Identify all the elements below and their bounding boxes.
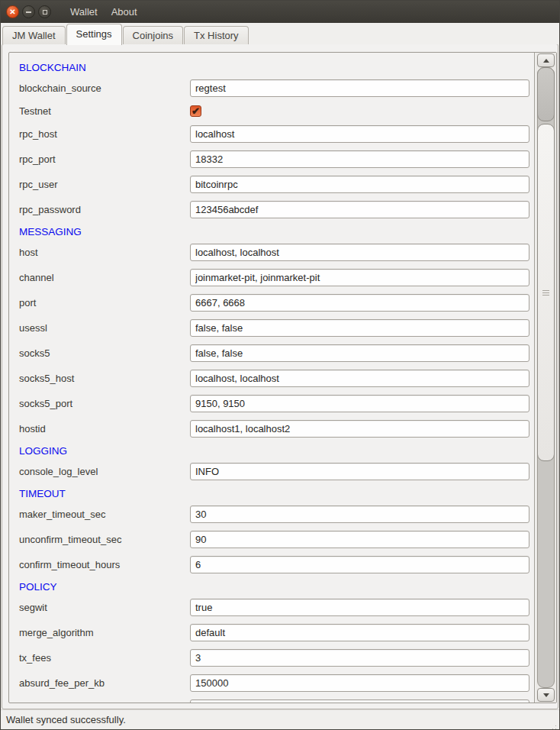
setting-row-socks5-host: socks5_host xyxy=(19,370,529,387)
arrow-down-icon xyxy=(543,693,549,697)
field-label-rpc-password: rpc_password xyxy=(19,204,190,215)
field-label-host: host xyxy=(19,247,190,258)
setting-row-usessl: usessl xyxy=(19,319,529,337)
host-input[interactable] xyxy=(190,244,529,261)
settings-form: BLOCKCHAINblockchain_sourceTestnet✔rpc_h… xyxy=(9,53,534,703)
titlebar[interactable]: ✕ WalletAbout xyxy=(1,1,559,23)
section-title-policy: POLICY xyxy=(19,581,529,593)
setting-row-rpc-password: rpc_password xyxy=(19,201,529,218)
setting-input[interactable] xyxy=(190,699,529,703)
confirm-timeout-hours-input[interactable] xyxy=(190,556,529,573)
section-title-messaging: MESSAGING xyxy=(19,226,529,237)
field-label-tx-fees: tx_fees xyxy=(19,652,190,664)
window-maximize-button[interactable] xyxy=(38,5,51,18)
field-label-socks5-host: socks5_host xyxy=(19,373,190,384)
section-title-logging: LOGGING xyxy=(19,445,529,457)
blockchain-source-input[interactable] xyxy=(190,79,529,97)
field-label-absurd-fee-per-kb: absurd_fee_per_kb xyxy=(19,677,190,689)
rpc-port-input[interactable] xyxy=(190,150,529,168)
menubar: WalletAbout xyxy=(63,1,144,23)
setting-row-port: port xyxy=(19,294,529,312)
socks5-port-input[interactable] xyxy=(190,395,529,412)
scroll-up-button[interactable] xyxy=(537,53,555,67)
scrollbar-upper-segment[interactable] xyxy=(537,67,555,121)
setting-row-merge-algorithm: merge_algorithm xyxy=(19,624,529,641)
field-label-port: port xyxy=(19,297,190,308)
unconfirm-timeout-sec-input[interactable] xyxy=(190,531,529,548)
rpc-host-input[interactable] xyxy=(190,125,529,143)
scrollbar-thumb[interactable] xyxy=(537,124,555,461)
field-label-rpc-port: rpc_port xyxy=(19,153,190,165)
setting-row-host: host xyxy=(19,244,529,261)
field-label-unconfirm-timeout-sec: unconfirm_timeout_sec xyxy=(19,534,190,545)
port-input[interactable] xyxy=(190,294,529,312)
socks5-host-input[interactable] xyxy=(190,370,529,387)
scrollbar-grip-icon xyxy=(542,292,549,293)
setting-row-confirm-timeout-hours: confirm_timeout_hours xyxy=(19,556,529,573)
field-label-maker-timeout-sec: maker_timeout_sec xyxy=(19,509,190,520)
menu-about[interactable]: About xyxy=(105,1,144,23)
tab-tx-history[interactable]: Tx History xyxy=(184,26,249,44)
setting-row-rpc-host: rpc_host xyxy=(19,125,529,143)
setting-row-blockchain-source: blockchain_source xyxy=(19,79,529,97)
console-log-level-input[interactable] xyxy=(190,463,529,480)
maker-timeout-sec-input[interactable] xyxy=(190,506,529,523)
tab-bar: JM WalletSettingsCoinjoinsTx History xyxy=(1,23,559,44)
setting-row-rpc-port: rpc_port xyxy=(19,150,529,168)
hostid-input[interactable] xyxy=(190,420,529,438)
menu-wallet[interactable]: Wallet xyxy=(63,1,105,23)
status-message: Wallet synced successfully. xyxy=(6,714,126,725)
arrow-up-icon xyxy=(543,59,549,63)
settings-scroll-area: BLOCKCHAINblockchain_sourceTestnet✔rpc_h… xyxy=(8,52,557,703)
field-label-channel: channel xyxy=(19,272,190,283)
setting-row-rpc-user: rpc_user xyxy=(19,176,529,193)
section-title-timeout: TIMEOUT xyxy=(19,488,529,499)
field-label-rpc-host: rpc_host xyxy=(19,128,190,140)
status-bar: Wallet synced successfully. xyxy=(1,709,559,729)
tx-fees-input[interactable] xyxy=(190,649,529,667)
setting-row-socks5: socks5 xyxy=(19,344,529,362)
socks5-input[interactable] xyxy=(190,344,529,362)
setting-row-channel: channel xyxy=(19,269,529,286)
setting-row-segwit: segwit xyxy=(19,599,529,616)
usessl-input[interactable] xyxy=(190,319,529,337)
field-label-socks5-port: socks5_port xyxy=(19,398,190,409)
field-label-testnet: Testnet xyxy=(19,105,190,117)
tab-coinjoins[interactable]: Coinjoins xyxy=(123,26,183,44)
channel-input[interactable] xyxy=(190,269,529,286)
setting-row-hostid: hostid xyxy=(19,420,529,438)
setting-row-console-log-level: console_log_level xyxy=(19,463,529,480)
field-label-rpc-user: rpc_user xyxy=(19,179,190,190)
field-label-hostid: hostid xyxy=(19,423,190,434)
absurd-fee-per-kb-input[interactable] xyxy=(190,674,529,692)
settings-viewport: BLOCKCHAINblockchain_sourceTestnet✔rpc_h… xyxy=(9,53,535,703)
scroll-down-button[interactable] xyxy=(537,688,555,702)
setting-row-tx-fees: tx_fees xyxy=(19,649,529,667)
setting-row-setting xyxy=(19,699,529,703)
field-label-segwit: segwit xyxy=(19,602,190,613)
setting-row-absurd-fee-per-kb: absurd_fee_per_kb xyxy=(19,674,529,692)
vertical-scrollbar[interactable] xyxy=(536,53,556,703)
window-minimize-button[interactable] xyxy=(22,5,35,18)
merge-algorithm-input[interactable] xyxy=(190,624,529,641)
settings-tab-pane: BLOCKCHAINblockchain_sourceTestnet✔rpc_h… xyxy=(2,44,558,709)
rpc-user-input[interactable] xyxy=(190,176,529,193)
segwit-input[interactable] xyxy=(190,599,529,616)
setting-row-maker-timeout-sec: maker_timeout_sec xyxy=(19,506,529,523)
field-label-console-log-level: console_log_level xyxy=(19,466,190,477)
window-close-button[interactable]: ✕ xyxy=(6,5,19,18)
maximize-icon xyxy=(43,10,47,15)
field-label-blockchain-source: blockchain_source xyxy=(19,82,190,94)
rpc-password-input[interactable] xyxy=(190,201,529,218)
field-label-usessl: usessl xyxy=(19,322,190,334)
tab-settings[interactable]: Settings xyxy=(66,24,122,45)
tab-jm-wallet[interactable]: JM Wallet xyxy=(2,26,66,44)
app-window: ✕ WalletAbout JM WalletSettingsCoinjoins… xyxy=(0,0,560,730)
setting-row-socks5-port: socks5_port xyxy=(19,395,529,412)
close-icon: ✕ xyxy=(9,8,15,16)
resize-grip[interactable] xyxy=(555,725,556,726)
field-label-socks5: socks5 xyxy=(19,347,190,359)
testnet-checkbox[interactable]: ✔ xyxy=(190,105,201,117)
setting-row-unconfirm-timeout-sec: unconfirm_timeout_sec xyxy=(19,531,529,548)
section-title-blockchain: BLOCKCHAIN xyxy=(19,62,529,73)
